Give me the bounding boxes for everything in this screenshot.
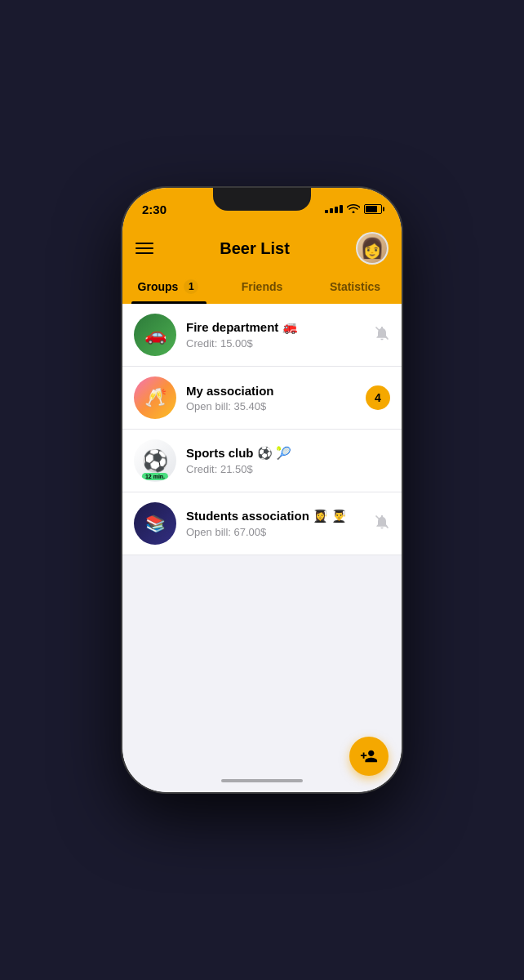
bell-off-icon <box>374 325 390 345</box>
list-item[interactable]: 🚗 Fire department 🚒 Credit: 15.00$ <box>122 304 402 367</box>
group-name-fire: Fire department 🚒 <box>186 320 364 335</box>
notch <box>213 188 311 211</box>
signal-icon <box>325 205 343 213</box>
tab-statistics-label: Statistics <box>330 280 380 293</box>
phone-frame: 2:30 <box>122 188 402 792</box>
list-item[interactable]: 📚 Students association 👩‍🎓 👨‍🎓 Open bill… <box>122 492 402 555</box>
group-avatar-fire: 🚗 <box>134 314 176 356</box>
time-badge: 12 min. <box>142 473 168 480</box>
status-icons <box>325 203 382 216</box>
battery-icon <box>364 204 382 214</box>
add-user-fab[interactable] <box>349 737 389 776</box>
group-name-sports: Sports club ⚽ 🎾 <box>186 446 380 461</box>
notification-badge: 4 <box>366 385 390 410</box>
group-subtitle-association: Open bill: 35.40$ <box>186 400 356 412</box>
group-info-students: Students association 👩‍🎓 👨‍🎓 Open bill: … <box>186 509 364 538</box>
group-subtitle-fire: Credit: 15.00$ <box>186 337 364 350</box>
group-subtitle-sports: Credit: 21.50$ <box>186 463 380 475</box>
hamburger-menu-button[interactable] <box>135 243 153 254</box>
group-info-sports: Sports club ⚽ 🎾 Credit: 21.50$ <box>186 446 380 475</box>
tab-friends[interactable]: Friends <box>215 271 309 304</box>
tab-groups-badge: 1 <box>182 278 200 296</box>
list-item[interactable]: 🥂 My association Open bill: 35.40$ 4 <box>122 367 402 430</box>
group-list: 🚗 Fire department 🚒 Credit: 15.00$ <box>122 304 402 555</box>
tab-groups-label: Groups <box>138 280 179 293</box>
group-action-association: 4 <box>366 385 390 410</box>
group-info-fire: Fire department 🚒 Credit: 15.00$ <box>186 320 364 350</box>
group-name-students: Students association 👩‍🎓 👨‍🎓 <box>186 509 364 523</box>
group-avatar-association: 🥂 <box>134 376 176 419</box>
tab-groups[interactable]: Groups 1 <box>122 271 215 304</box>
group-avatar-sports: ⚽ 12 min. <box>134 439 176 482</box>
group-subtitle-students: Open bill: 67.00$ <box>186 526 364 538</box>
status-time: 2:30 <box>142 203 167 216</box>
group-avatar-students: 📚 <box>134 502 176 545</box>
tab-friends-label: Friends <box>242 280 283 293</box>
app-header: Beer List <box>122 224 402 265</box>
phone-screen: 2:30 <box>122 188 402 792</box>
page-title: Beer List <box>220 239 290 258</box>
wifi-icon <box>347 203 360 216</box>
list-item[interactable]: ⚽ 12 min. Sports club ⚽ 🎾 Credit: 21.50$ <box>122 430 402 492</box>
group-action-students <box>374 514 390 534</box>
content-area: 🚗 Fire department 🚒 Credit: 15.00$ <box>122 304 402 769</box>
tab-bar: Groups 1 Friends Statistics <box>122 265 402 304</box>
tab-statistics[interactable]: Statistics <box>309 271 402 304</box>
group-action-fire <box>374 325 390 345</box>
group-info-association: My association Open bill: 35.40$ <box>186 384 356 412</box>
group-name-association: My association <box>186 384 356 398</box>
bell-off-icon-2 <box>374 514 390 534</box>
user-avatar[interactable] <box>356 232 389 265</box>
